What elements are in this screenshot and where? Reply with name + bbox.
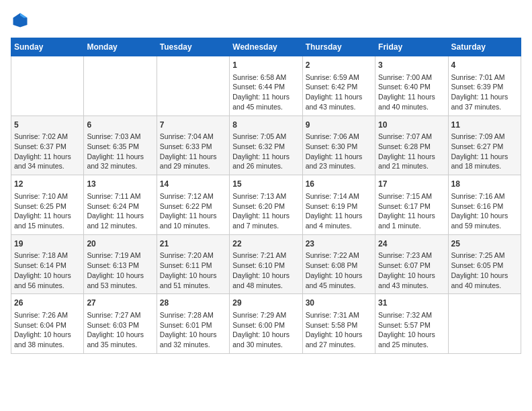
- day-cell: 22Sunrise: 7:21 AM Sunset: 6:10 PM Dayli…: [230, 234, 302, 294]
- day-number: 29: [232, 298, 299, 309]
- day-number: 23: [306, 238, 372, 250]
- day-info: Sunrise: 7:28 AM Sunset: 6:01 PM Dayligh…: [160, 310, 226, 350]
- day-cell: 8Sunrise: 7:05 AM Sunset: 6:32 PM Daylig…: [230, 116, 302, 175]
- day-info: Sunrise: 7:03 AM Sunset: 6:35 PM Dayligh…: [87, 132, 153, 171]
- day-cell: 21Sunrise: 7:20 AM Sunset: 6:11 PM Dayli…: [157, 234, 229, 294]
- day-cell: 27Sunrise: 7:27 AM Sunset: 6:03 PM Dayli…: [84, 294, 157, 354]
- header-cell-wednesday: Wednesday: [230, 38, 302, 56]
- day-number: 13: [87, 179, 153, 190]
- day-cell: 11Sunrise: 7:09 AM Sunset: 6:27 PM Dayli…: [448, 116, 521, 175]
- header-row: SundayMondayTuesdayWednesdayThursdayFrid…: [11, 38, 521, 56]
- day-info: Sunrise: 7:05 AM Sunset: 6:32 PM Dayligh…: [232, 132, 299, 171]
- week-row-1: 1Sunrise: 6:58 AM Sunset: 6:44 PM Daylig…: [11, 56, 521, 116]
- header-cell-saturday: Saturday: [448, 38, 521, 56]
- header-cell-thursday: Thursday: [302, 38, 375, 56]
- day-info: Sunrise: 7:16 AM Sunset: 6:16 PM Dayligh…: [451, 191, 518, 231]
- day-number: 14: [160, 179, 226, 190]
- day-info: Sunrise: 7:11 AM Sunset: 6:24 PM Dayligh…: [87, 191, 153, 231]
- header-cell-sunday: Sunday: [11, 38, 84, 56]
- day-cell: 12Sunrise: 7:10 AM Sunset: 6:25 PM Dayli…: [11, 175, 84, 235]
- day-info: Sunrise: 7:21 AM Sunset: 6:10 PM Dayligh…: [232, 250, 299, 290]
- day-info: Sunrise: 7:13 AM Sunset: 6:20 PM Dayligh…: [232, 191, 299, 231]
- day-cell: 30Sunrise: 7:31 AM Sunset: 5:58 PM Dayli…: [302, 294, 375, 354]
- day-cell: 14Sunrise: 7:12 AM Sunset: 6:22 PM Dayli…: [157, 175, 229, 235]
- header-cell-monday: Monday: [84, 38, 157, 56]
- day-info: Sunrise: 7:32 AM Sunset: 5:57 PM Dayligh…: [378, 310, 445, 350]
- day-info: Sunrise: 6:59 AM Sunset: 6:42 PM Dayligh…: [306, 73, 372, 112]
- day-info: Sunrise: 7:02 AM Sunset: 6:37 PM Dayligh…: [14, 132, 81, 171]
- day-cell: 5Sunrise: 7:02 AM Sunset: 6:37 PM Daylig…: [11, 116, 84, 175]
- week-row-2: 5Sunrise: 7:02 AM Sunset: 6:37 PM Daylig…: [11, 116, 521, 175]
- calendar-table: SundayMondayTuesdayWednesdayThursdayFrid…: [11, 38, 521, 354]
- day-number: 2: [306, 60, 372, 71]
- day-cell: 29Sunrise: 7:29 AM Sunset: 6:00 PM Dayli…: [230, 294, 302, 354]
- day-number: 5: [14, 120, 81, 131]
- day-cell: 2Sunrise: 6:59 AM Sunset: 6:42 PM Daylig…: [302, 56, 375, 116]
- day-number: 21: [160, 238, 226, 250]
- day-number: 1: [232, 60, 299, 71]
- day-cell: 1Sunrise: 6:58 AM Sunset: 6:44 PM Daylig…: [230, 56, 302, 116]
- day-number: 28: [160, 298, 226, 309]
- day-number: 4: [451, 60, 518, 71]
- day-cell: 6Sunrise: 7:03 AM Sunset: 6:35 PM Daylig…: [84, 116, 157, 175]
- day-cell: 25Sunrise: 7:25 AM Sunset: 6:05 PM Dayli…: [448, 234, 521, 294]
- day-cell: 3Sunrise: 7:00 AM Sunset: 6:40 PM Daylig…: [375, 56, 448, 116]
- day-info: Sunrise: 7:31 AM Sunset: 5:58 PM Dayligh…: [306, 310, 372, 350]
- day-info: Sunrise: 7:27 AM Sunset: 6:03 PM Dayligh…: [87, 310, 153, 350]
- day-number: 17: [378, 179, 445, 190]
- day-info: Sunrise: 7:06 AM Sunset: 6:30 PM Dayligh…: [306, 132, 372, 171]
- day-cell: 26Sunrise: 7:26 AM Sunset: 6:04 PM Dayli…: [11, 294, 84, 354]
- logo-icon: [11, 11, 30, 30]
- day-cell: 19Sunrise: 7:18 AM Sunset: 6:14 PM Dayli…: [11, 234, 84, 294]
- week-row-3: 12Sunrise: 7:10 AM Sunset: 6:25 PM Dayli…: [11, 175, 521, 235]
- day-cell: 15Sunrise: 7:13 AM Sunset: 6:20 PM Dayli…: [230, 175, 302, 235]
- day-cell: 17Sunrise: 7:15 AM Sunset: 6:17 PM Dayli…: [375, 175, 448, 235]
- day-number: 12: [14, 179, 81, 190]
- day-cell: 18Sunrise: 7:16 AM Sunset: 6:16 PM Dayli…: [448, 175, 521, 235]
- day-cell: 13Sunrise: 7:11 AM Sunset: 6:24 PM Dayli…: [84, 175, 157, 235]
- day-cell: 7Sunrise: 7:04 AM Sunset: 6:33 PM Daylig…: [157, 116, 229, 175]
- day-info: Sunrise: 7:26 AM Sunset: 6:04 PM Dayligh…: [14, 310, 81, 350]
- day-cell: 20Sunrise: 7:19 AM Sunset: 6:13 PM Dayli…: [84, 234, 157, 294]
- day-number: 10: [378, 120, 445, 131]
- day-cell: 23Sunrise: 7:22 AM Sunset: 6:08 PM Dayli…: [302, 234, 375, 294]
- day-number: 31: [378, 298, 445, 309]
- day-number: 15: [232, 179, 299, 190]
- day-cell: 4Sunrise: 7:01 AM Sunset: 6:39 PM Daylig…: [448, 56, 521, 116]
- day-info: Sunrise: 6:58 AM Sunset: 6:44 PM Dayligh…: [232, 73, 299, 112]
- day-info: Sunrise: 7:19 AM Sunset: 6:13 PM Dayligh…: [87, 250, 153, 290]
- calendar-body: 1Sunrise: 6:58 AM Sunset: 6:44 PM Daylig…: [11, 56, 521, 354]
- page-header: [11, 11, 521, 30]
- header-cell-tuesday: Tuesday: [157, 38, 229, 56]
- day-number: 19: [14, 238, 81, 250]
- day-number: 18: [451, 179, 518, 190]
- day-cell: 16Sunrise: 7:14 AM Sunset: 6:19 PM Dayli…: [302, 175, 375, 235]
- day-cell: [11, 56, 84, 116]
- calendar-header: SundayMondayTuesdayWednesdayThursdayFrid…: [11, 38, 521, 56]
- day-number: 24: [378, 238, 445, 250]
- day-number: 8: [232, 120, 299, 131]
- day-number: 27: [87, 298, 153, 309]
- day-info: Sunrise: 7:14 AM Sunset: 6:19 PM Dayligh…: [306, 191, 372, 231]
- day-cell: [157, 56, 229, 116]
- day-number: 30: [306, 298, 372, 309]
- day-info: Sunrise: 7:12 AM Sunset: 6:22 PM Dayligh…: [160, 191, 226, 231]
- day-info: Sunrise: 7:25 AM Sunset: 6:05 PM Dayligh…: [451, 250, 518, 290]
- day-number: 3: [378, 60, 445, 71]
- week-row-5: 26Sunrise: 7:26 AM Sunset: 6:04 PM Dayli…: [11, 294, 521, 354]
- day-info: Sunrise: 7:09 AM Sunset: 6:27 PM Dayligh…: [451, 132, 518, 171]
- day-info: Sunrise: 7:00 AM Sunset: 6:40 PM Dayligh…: [378, 73, 445, 112]
- day-cell: 10Sunrise: 7:07 AM Sunset: 6:28 PM Dayli…: [375, 116, 448, 175]
- day-info: Sunrise: 7:01 AM Sunset: 6:39 PM Dayligh…: [451, 73, 518, 112]
- day-number: 6: [87, 120, 153, 131]
- day-info: Sunrise: 7:22 AM Sunset: 6:08 PM Dayligh…: [306, 250, 372, 290]
- day-cell: 28Sunrise: 7:28 AM Sunset: 6:01 PM Dayli…: [157, 294, 229, 354]
- day-cell: [448, 294, 521, 354]
- week-row-4: 19Sunrise: 7:18 AM Sunset: 6:14 PM Dayli…: [11, 234, 521, 294]
- day-cell: 9Sunrise: 7:06 AM Sunset: 6:30 PM Daylig…: [302, 116, 375, 175]
- day-info: Sunrise: 7:20 AM Sunset: 6:11 PM Dayligh…: [160, 250, 226, 290]
- day-info: Sunrise: 7:29 AM Sunset: 6:00 PM Dayligh…: [232, 310, 299, 350]
- day-number: 9: [306, 120, 372, 131]
- day-number: 25: [451, 238, 518, 250]
- day-info: Sunrise: 7:15 AM Sunset: 6:17 PM Dayligh…: [378, 191, 445, 231]
